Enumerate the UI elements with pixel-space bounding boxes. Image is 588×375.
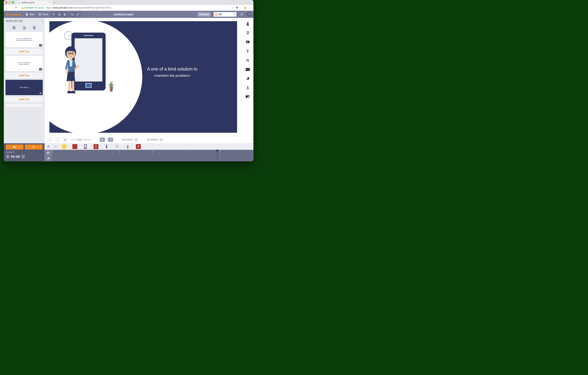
track-item-circle-icon[interactable] [62, 144, 67, 149]
center-icon[interactable] [48, 137, 52, 142]
grid-icon[interactable] [63, 137, 67, 142]
addr-right: ☆ | ⋮ [231, 6, 252, 9]
new-button[interactable]: New [24, 12, 36, 17]
collapse-panel-icon[interactable]: ‹ [42, 19, 43, 22]
tab-close-icon[interactable]: × [49, 1, 50, 4]
app-logo[interactable]: Animaker [6, 12, 21, 16]
scene-number: 2 [39, 68, 42, 70]
timeline-ruler[interactable]: 0123456 [44, 150, 253, 161]
camera-track-icon[interactable] [44, 150, 52, 155]
track-item-character-icon[interactable] [104, 144, 109, 149]
scene-thumb[interactable] [5, 104, 43, 107]
scene-list[interactable]: Are you frustrated with <State the user … [4, 32, 44, 143]
stage-footer: No Effect No Effect [44, 136, 242, 143]
settings-button[interactable] [240, 12, 244, 17]
track-items: T T [62, 144, 141, 149]
minimize-window-icon[interactable] [9, 1, 10, 3]
svg-point-26 [247, 22, 249, 24]
track-item-phone-icon[interactable] [83, 144, 88, 149]
track-item-text-icon[interactable]: T [136, 144, 141, 149]
props-tool-icon[interactable] [245, 30, 251, 36]
audio-track-icon[interactable] [44, 155, 52, 161]
scene-thumb[interactable]: Don't Worry! 3 [5, 80, 43, 95]
help-button[interactable]: ? [247, 12, 251, 17]
music-tool-icon[interactable] [245, 76, 251, 81]
browser-tab[interactable]: untitled project × [16, 0, 52, 5]
ruler-number: 4 [186, 150, 187, 153]
play-from-start-icon[interactable] [100, 138, 105, 142]
redo-icon[interactable] [75, 12, 80, 17]
close-window-icon[interactable] [5, 1, 7, 3]
nav-back-icon[interactable]: ← [5, 6, 8, 10]
tab-title: untitled project [21, 1, 35, 4]
url-org: Animaker Inc. [US] [24, 6, 43, 9]
plant-prop-icon[interactable] [106, 78, 116, 93]
nav-reload-icon[interactable]: ⟳ [15, 6, 17, 9]
track-item-plant-icon[interactable] [126, 144, 130, 149]
character-prop[interactable] [59, 44, 84, 97]
new-tab-button[interactable]: + [53, 1, 55, 4]
track-item-text-icon[interactable]: T [94, 144, 98, 149]
main-area: Scene (01:16) ‹ Are you frustrated with … [4, 18, 253, 143]
history-group [69, 11, 81, 17]
scene-thumb[interactable]: Are you hoping for a better solution? 2 [5, 56, 43, 71]
delete-scene-icon[interactable] [32, 25, 37, 30]
slide-canvas[interactable]: A one of a kind solution to <mention the… [49, 21, 237, 133]
star-icon[interactable]: ☆ [231, 6, 233, 9]
url-field[interactable]: 🔒 Animaker Inc. [US] | https://www.anima… [19, 6, 229, 10]
profile-avatar-icon[interactable] [244, 6, 247, 9]
fullscreen-icon[interactable] [55, 137, 60, 142]
character-tool-icon[interactable] [245, 21, 251, 27]
scene-number: 1 [39, 44, 42, 47]
timeline-controls: Scene 5 + 00:06 − [4, 143, 44, 161]
playhead[interactable] [217, 150, 217, 161]
slider-knob[interactable] [78, 138, 81, 141]
transition-button[interactable]: Slide Top [5, 49, 43, 54]
svg-rect-43 [106, 147, 107, 148]
ruler-ticks[interactable]: 0123456 [52, 150, 253, 161]
svg-rect-42 [106, 146, 107, 147]
track-character-icon[interactable] [45, 144, 52, 149]
play-icon[interactable] [108, 138, 113, 142]
extension-icon[interactable] [236, 6, 238, 9]
play-scene-from-start-button[interactable] [6, 144, 23, 150]
transition-button[interactable]: Slide Top [5, 73, 43, 78]
transition-button[interactable]: Slide Top [5, 97, 43, 102]
upload-tool-icon[interactable] [245, 85, 251, 90]
maximize-window-icon[interactable] [12, 1, 14, 3]
project-title[interactable]: untitled project [114, 13, 134, 16]
time-increment-button[interactable]: + [6, 155, 10, 158]
svg-rect-22 [68, 81, 71, 91]
play-scene-button[interactable] [25, 144, 43, 150]
number-tool-icon[interactable]: N [245, 58, 251, 63]
add-scene-icon[interactable] [11, 25, 17, 30]
mode-select[interactable]: 2D ▼ [214, 12, 236, 17]
track-visibility-icon[interactable] [52, 144, 59, 149]
effect-in-button[interactable] [135, 138, 138, 142]
effect-out-button[interactable] [159, 138, 163, 142]
stage[interactable]: A one of a kind solution to <mention the… [44, 18, 242, 136]
duplicate-scene-icon[interactable] [21, 25, 27, 30]
time-decrement-button[interactable]: − [21, 155, 25, 158]
track-item-rect-icon[interactable] [72, 144, 77, 149]
slide-text[interactable]: A one of a kind solution to <mention the… [147, 66, 197, 78]
track-item-clock-icon[interactable] [115, 144, 120, 149]
text-tool-icon[interactable]: T [245, 49, 251, 54]
save-button[interactable]: Save [37, 12, 49, 17]
svg-rect-9 [64, 13, 65, 14]
cut-icon[interactable] [52, 12, 56, 17]
undo-icon[interactable] [70, 12, 75, 17]
copy-icon[interactable] [57, 12, 62, 17]
canvas-area: A one of a kind solution to <mention the… [44, 18, 253, 143]
paste-icon[interactable] [63, 12, 67, 17]
zoom-slider[interactable] [70, 139, 92, 140]
ruler-number: 0 [52, 150, 52, 153]
nav-forward-icon[interactable]: → [10, 6, 13, 10]
scene-thumb[interactable]: Are you frustrated with <State the user … [5, 32, 43, 47]
background-tool-icon[interactable] [245, 94, 251, 99]
preview-button[interactable]: Preview [198, 12, 211, 16]
image-tool-icon[interactable] [245, 39, 251, 45]
effects-tool-icon[interactable] [245, 67, 251, 72]
browser-menu-icon[interactable]: ⋮ [249, 6, 252, 9]
scene-tools [4, 24, 44, 32]
